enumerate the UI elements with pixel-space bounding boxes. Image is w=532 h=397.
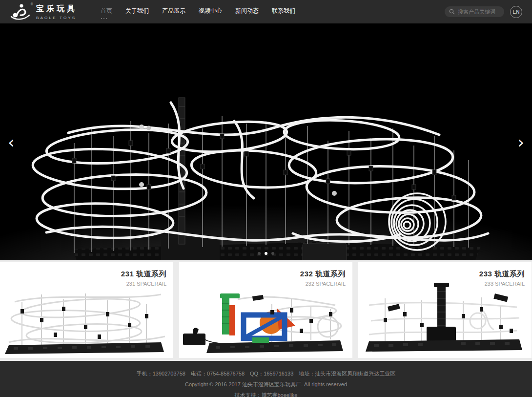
nav-item-label: 视频中心 (199, 7, 222, 14)
nav-item-label: 产品展示 (162, 7, 185, 14)
product-title: 231 轨道系列 (121, 270, 166, 279)
registered-trademark-mark: ® (31, 2, 33, 6)
product-series-section: 231 轨道系列 231 SPACERAIL (0, 260, 532, 361)
brand-name: 宝乐玩具 BAOLE TOYS (36, 4, 77, 20)
site-header: ® 宝乐玩具 BAOLE TOYS 首页 关于我们 产品展示 视频中心 新闻动态… (0, 0, 532, 23)
main-nav: 首页 关于我们 产品展示 视频中心 新闻动态 联系我们 (101, 5, 295, 19)
footer-contact-line: 手机：13902703758 电话：0754-85876758 QQ：16597… (0, 370, 532, 377)
hero-carousel: ‹ › (0, 23, 532, 260)
carousel-dot-2[interactable] (265, 252, 267, 255)
product-title: 232 轨道系列 (300, 270, 346, 279)
product-subtitle: 233 SPACERAIL (479, 281, 525, 287)
nav-item-label: 新闻动态 (235, 7, 259, 14)
language-toggle-button[interactable]: EN (510, 6, 522, 18)
hero-slide-image (0, 23, 532, 260)
nav-item-label: 关于我们 (125, 7, 149, 14)
footer-credit-line[interactable]: 技术支持：博艺睿boeelike (0, 392, 532, 397)
nav-item-products[interactable]: 产品展示 (162, 5, 185, 19)
product-card-231[interactable]: 231 轨道系列 231 SPACERAIL (0, 262, 173, 358)
nav-item-home[interactable]: 首页 (101, 5, 112, 19)
product-card-title-block: 232 轨道系列 232 SPACERAIL (300, 270, 346, 287)
product-card-title-block: 231 轨道系列 231 SPACERAIL (121, 270, 166, 287)
carousel-dots (258, 252, 274, 255)
header-right-tools: EN (445, 6, 522, 18)
nav-item-about[interactable]: 关于我们 (125, 5, 149, 19)
product-title: 233 轨道系列 (479, 270, 525, 279)
product-image-233 (358, 280, 532, 357)
nav-item-label: 首页 (101, 7, 112, 14)
product-image-232 (179, 280, 352, 357)
carousel-next-button[interactable]: › (513, 132, 528, 152)
search-box[interactable] (445, 6, 504, 17)
nav-item-news[interactable]: 新闻动态 (235, 5, 259, 19)
nav-item-videos[interactable]: 视频中心 (199, 5, 222, 19)
product-image-231 (0, 280, 173, 357)
product-subtitle: 232 SPACERAIL (300, 281, 346, 287)
footer-copyright-line: Copyright © 2016-2017 汕头市澄海区宝乐玩具厂. All r… (0, 381, 532, 388)
product-card-233[interactable]: 233 轨道系列 233 SPACERAIL (358, 262, 532, 358)
brand-logo[interactable]: ® 宝乐玩具 BAOLE TOYS (10, 2, 94, 21)
baole-figure-logo-icon: ® (10, 2, 31, 21)
carousel-dot-3[interactable] (271, 252, 274, 255)
site-footer: 手机：13902703758 电话：0754-85876758 QQ：16597… (0, 361, 532, 397)
carousel-prev-button[interactable]: ‹ (4, 132, 19, 152)
product-card-title-block: 233 轨道系列 233 SPACERAIL (479, 270, 525, 287)
nav-item-label: 联系我们 (272, 7, 295, 14)
carousel-dot-1[interactable] (258, 252, 261, 255)
search-icon (449, 9, 455, 15)
product-subtitle: 231 SPACERAIL (121, 281, 166, 287)
brand-name-en: BAOLE TOYS (36, 16, 77, 20)
product-card-232[interactable]: 232 轨道系列 232 SPACERAIL (179, 262, 352, 358)
brand-name-cn: 宝乐玩具 (36, 4, 77, 14)
search-input[interactable] (458, 9, 500, 15)
active-nav-indicator-dots (101, 18, 107, 19)
nav-item-contact[interactable]: 联系我们 (272, 5, 295, 19)
